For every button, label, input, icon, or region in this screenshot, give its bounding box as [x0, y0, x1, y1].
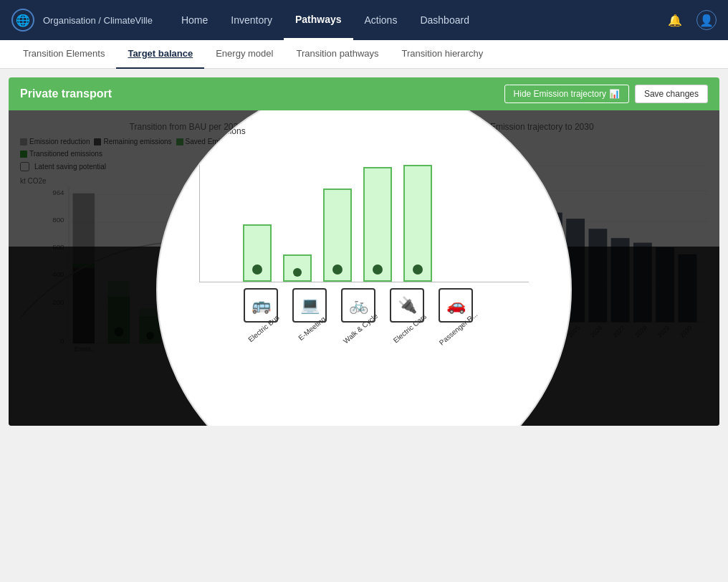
zoom-bar-emeeting — [283, 254, 312, 282]
zoom-icon-walk-cycle: 🚲 Walk & Cycle — [340, 288, 377, 333]
nav-actions[interactable]: Actions — [353, 0, 409, 40]
zoom-bar-emeeting-dot — [293, 268, 302, 277]
main-content: Private transport Hide Emission trajecto… — [0, 69, 728, 434]
zoom-bar-emeeting-rect — [283, 254, 312, 282]
zoom-bar-electric-cars-rect — [363, 167, 392, 282]
notification-bell-icon[interactable]: 🔔 — [665, 10, 685, 30]
zoom-bar-electric-cars-dot — [373, 264, 383, 275]
left-y-unit: kt CO2e — [20, 177, 47, 185]
subnav-energy-model[interactable]: Energy model — [204, 40, 284, 69]
legend-transitioned: Transitioned emissions — [20, 150, 102, 158]
section-action-buttons: Hide Emission trajectory 📊 Save changes — [504, 85, 708, 103]
zoom-icon-emeeting: 💻 E-Meeting — [291, 288, 328, 333]
legend-dot-emission-reduction — [20, 138, 27, 146]
subnav-target-balance[interactable]: Target balance — [116, 40, 204, 69]
org-label: Organisation / ClimateVille — [43, 15, 153, 26]
hide-emission-trajectory-button[interactable]: Hide Emission trajectory 📊 — [504, 85, 629, 103]
zoom-bars — [199, 139, 529, 282]
zoom-bar-walk-cycle — [323, 189, 352, 282]
latent-saving-checkbox[interactable] — [20, 162, 29, 171]
zoom-bar-electric-cars — [363, 167, 392, 282]
nav-right-icons: 🔔 👤 — [665, 10, 717, 30]
zoom-bar-electric-bus-rect — [243, 224, 272, 282]
user-avatar-icon[interactable]: 👤 — [696, 10, 717, 30]
zoom-icon-passenger: 🚗 Passenger R... — [437, 288, 474, 333]
zoom-bar-passenger-rect — [403, 165, 432, 282]
zoom-bar-walk-cycle-dot — [332, 264, 343, 275]
nav-links: Home Inventory Pathways Actions Dashboar… — [170, 0, 665, 40]
section-header: Private transport Hide Emission trajecto… — [9, 77, 719, 110]
zoom-icon-electric-cars: 🔌 Electric Cars — [388, 288, 426, 333]
zoom-circle-overlay: Emissions — [156, 110, 572, 426]
zoom-bar-passenger-dot — [413, 264, 423, 275]
svg-text:800: 800 — [52, 216, 64, 224]
legend-remaining-emissions: Remaining emissions — [94, 138, 171, 146]
nav-home[interactable]: Home — [170, 0, 219, 40]
save-changes-button[interactable]: Save changes — [635, 85, 708, 103]
zoom-emissions-label: Emissions — [206, 126, 529, 136]
zoom-content: Emissions — [199, 126, 529, 333]
chart-icon: 📊 — [609, 89, 620, 99]
subnav-transition-elements[interactable]: Transition Elements — [11, 40, 116, 69]
zoom-icon-electric-bus: 🚌 Electric Bus — [242, 288, 279, 333]
legend-emission-reduction: Emission reduction — [20, 138, 90, 146]
charts-container: Transition from BAU per 2030 Emission re… — [9, 110, 719, 426]
zoom-bar-walk-cycle-rect — [323, 189, 352, 282]
section-title: Private transport — [20, 87, 112, 100]
subnav-transition-hierarchy[interactable]: Transition hierarchy — [391, 40, 495, 69]
legend-dot-remaining — [94, 138, 101, 146]
nav-pathways[interactable]: Pathways — [284, 0, 353, 40]
globe-icon: 🌐 — [11, 9, 34, 32]
top-navigation: 🌐 Organisation / ClimateVille Home Inven… — [0, 0, 728, 40]
zoom-bar-electric-bus — [243, 224, 272, 282]
zoom-bar-electric-bus-dot — [252, 264, 262, 275]
nav-inventory[interactable]: Inventory — [219, 0, 284, 40]
legend-dot-saved — [176, 138, 183, 146]
sub-navigation: Transition Elements Target balance Energ… — [0, 40, 728, 69]
zoom-icons-row: 🚌 Electric Bus 💻 E-Meeting 🚲 Walk & Cycl… — [199, 288, 529, 333]
legend-dot-transitioned — [20, 151, 27, 158]
nav-dashboard[interactable]: Dashboard — [408, 0, 481, 40]
zoom-bar-passenger — [403, 165, 432, 282]
subnav-transition-pathways[interactable]: Transition pathways — [284, 40, 390, 69]
svg-text:964: 964 — [52, 189, 64, 196]
